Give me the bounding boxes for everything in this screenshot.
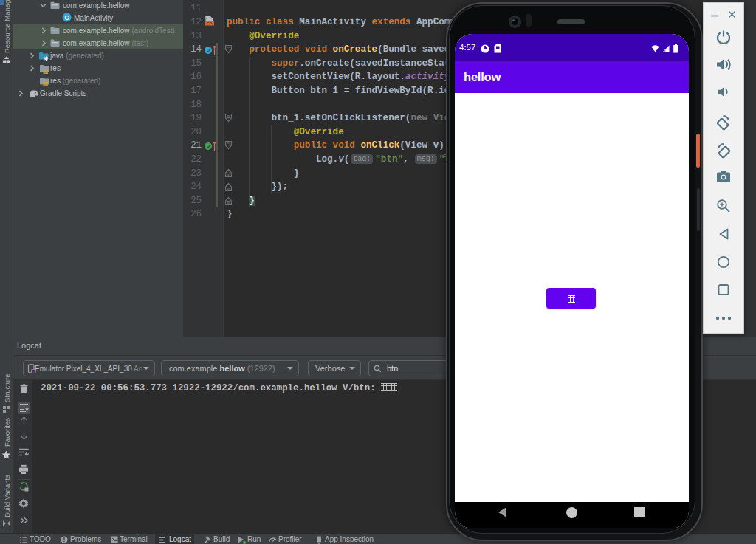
svg-text:<>: <> [207, 21, 213, 27]
svg-text:C: C [64, 14, 69, 21]
